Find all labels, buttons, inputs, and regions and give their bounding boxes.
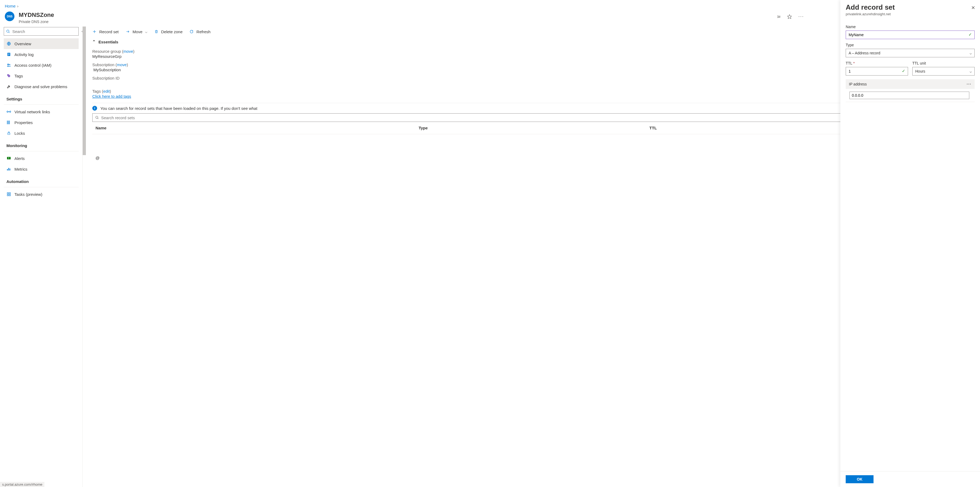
metrics-icon [6,167,11,171]
sidebar-search[interactable] [4,27,79,36]
ttl-label: TTL * [846,61,908,65]
panel-title: Add record set [846,3,975,11]
svg-point-12 [9,112,10,112]
svg-rect-21 [8,168,9,170]
svg-rect-7 [8,55,10,55]
svg-marker-0 [788,14,791,19]
section-automation: Automation [4,174,79,185]
svg-point-30 [96,116,98,118]
nav-locks[interactable]: Locks [4,128,79,139]
section-monitoring: Monitoring [4,139,79,150]
svg-rect-24 [9,193,10,194]
nav-vnet-links[interactable]: Virtual network links [4,106,79,117]
dns-zone-icon: DNS [5,11,14,21]
tag-icon [6,73,11,78]
svg-point-9 [9,64,10,65]
panel-subtitle: privatelink.azurehdinsight.net [846,12,975,16]
arrow-right-icon [126,29,130,34]
svg-rect-13 [7,121,8,124]
resource-header: DNS MYDNSZone Private DNS zone ··· [0,10,980,27]
search-icon [95,116,99,120]
nav-tasks[interactable]: Tasks (preview) [4,189,79,200]
svg-rect-22 [10,169,10,170]
breadcrumb-home[interactable]: Home [5,4,16,8]
info-icon: i [92,106,97,111]
status-bar-url: s.portal.azure.com/#home [0,482,45,487]
svg-point-11 [8,112,9,112]
svg-rect-15 [9,121,10,124]
lock-icon [6,131,11,136]
edit-tags-link[interactable]: edit [103,89,110,94]
more-icon[interactable]: ··· [798,14,804,19]
globe-icon [6,41,11,46]
more-icon[interactable]: ··· [967,82,971,86]
log-icon [6,52,11,57]
svg-rect-16 [8,133,10,135]
svg-line-2 [9,32,10,33]
svg-point-1 [7,30,9,32]
move-rg-link[interactable]: move [123,49,133,54]
svg-rect-23 [7,193,9,194]
name-input[interactable] [846,30,975,39]
nav-diagnose[interactable]: Diagnose and solve problems [4,81,79,92]
alert-icon [6,156,11,161]
add-record-set-button[interactable]: Record set [92,29,119,34]
sidebar-search-input[interactable] [12,29,76,34]
wrench-icon [6,84,11,89]
svg-rect-25 [7,195,9,196]
nav-access-control[interactable]: Access control (IAM) [4,60,79,70]
nav-alerts[interactable]: Alerts [4,153,79,164]
search-icon [6,29,10,34]
vnet-icon [6,109,11,114]
ok-button[interactable]: OK [846,475,873,483]
breadcrumb: Home › [0,0,980,10]
scrollbar[interactable] [83,27,86,155]
resource-subtitle: Private DNS zone [19,19,54,24]
pin-icon[interactable] [776,14,781,19]
svg-rect-14 [8,121,9,124]
delete-zone-button[interactable]: Delete zone [154,29,183,34]
ip-address-input[interactable] [850,92,969,99]
svg-rect-18 [9,158,9,158]
nav-properties[interactable]: Properties [4,117,79,128]
resource-title: MYDNSZone [19,11,54,19]
add-record-set-panel: Add record set privatelink.azurehdinsigh… [840,0,980,487]
nav-overview[interactable]: Overview [4,38,79,49]
svg-rect-26 [9,195,10,196]
name-label: Name [846,25,975,29]
svg-point-8 [8,64,9,65]
type-label: Type [846,43,975,47]
favorite-icon[interactable] [787,14,792,19]
nav-tags[interactable]: Tags [4,70,79,81]
add-tags-link[interactable]: Click here to add tags [92,94,131,99]
sidebar: « Overview Activity log Access control (… [0,27,83,487]
chevron-down-icon: ⌵ [970,69,972,73]
chevron-up-icon: ⌃ [92,39,96,44]
chevron-right-icon: › [17,4,19,8]
properties-icon [6,120,11,125]
svg-rect-20 [7,169,8,170]
svg-rect-19 [9,159,9,159]
ttl-input[interactable] [846,67,908,75]
ttl-unit-select[interactable]: Hours ⌵ [912,67,975,75]
chevron-down-icon: ⌵ [145,29,147,34]
close-icon[interactable]: ✕ [971,5,975,11]
move-button[interactable]: Move ⌵ [126,29,148,34]
chevron-down-icon: ⌵ [970,51,972,55]
plus-icon [92,29,97,34]
trash-icon [154,29,158,34]
ttl-unit-label: TTL unit [912,61,975,65]
ip-address-header: IP address ··· [846,79,975,89]
svg-point-10 [8,75,8,75]
refresh-icon [189,29,194,34]
nav-metrics[interactable]: Metrics [4,164,79,174]
people-icon [6,63,11,67]
move-sub-link[interactable]: move [117,62,127,67]
tasks-icon [6,192,11,196]
type-select[interactable]: A – Address record ⌵ [846,49,975,57]
svg-rect-6 [8,54,10,55]
section-settings: Settings [4,92,79,103]
refresh-button[interactable]: Refresh [189,29,210,34]
svg-line-31 [98,118,99,119]
nav-activity-log[interactable]: Activity log [4,49,79,60]
